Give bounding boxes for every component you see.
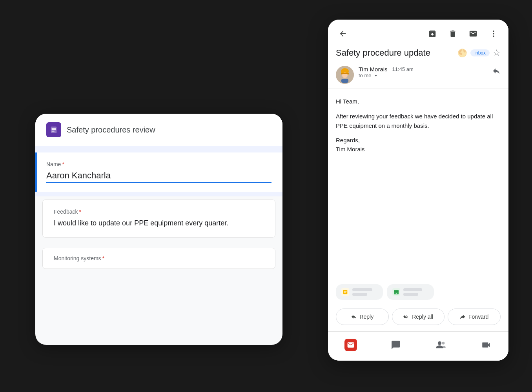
gmail-emoji: 🌕 [457, 48, 467, 58]
gmail-subject: Safety procedure update [336, 48, 454, 58]
reply-button[interactable]: Reply [336, 309, 389, 325]
forms-title: Safety procedures review [67, 125, 155, 134]
sender-name: Tim Morais [359, 66, 388, 73]
reply-all-button[interactable]: Reply all [392, 309, 445, 325]
forms-body: Name* Aaron Kancharla Feedback* I would … [35, 146, 282, 269]
gmail-badge[interactable]: inbox [470, 49, 490, 56]
forward-button[interactable]: Forward [448, 309, 501, 325]
svg-point-4 [493, 31, 494, 32]
email-greeting: Hi Team, [336, 97, 501, 106]
sender-time: 11:45 am [392, 66, 414, 72]
gmail-toolbar [328, 20, 508, 45]
sender-to[interactable]: to me [359, 73, 487, 78]
name-field-section: Name* Aaron Kancharla [35, 152, 282, 192]
mail-action-button[interactable] [466, 27, 480, 41]
svg-rect-17 [394, 291, 399, 291]
delete-button[interactable] [446, 27, 460, 41]
gmail-card: Safety procedure update 🌕 inbox ☆ Ti [328, 20, 508, 361]
back-button[interactable] [336, 27, 350, 41]
svg-point-20 [442, 342, 445, 345]
chip-lines-1 [352, 288, 377, 296]
reply-label: Reply [359, 314, 373, 320]
name-value[interactable]: Aaron Kancharla [46, 171, 271, 183]
suggestion-chip-2[interactable]: + [387, 284, 434, 300]
feedback-label: Feedback* [54, 209, 264, 215]
archive-button[interactable] [425, 27, 439, 41]
quick-reply-button[interactable] [492, 67, 501, 77]
more-button[interactable] [486, 27, 501, 41]
svg-text:+: + [395, 292, 397, 294]
svg-rect-11 [341, 79, 348, 83]
sender-info: Tim Morais 11:45 am to me [359, 66, 487, 78]
forms-suggestion-icon [341, 288, 349, 296]
svg-point-6 [493, 36, 494, 37]
gmail-body: Hi Team, After reviewing your feedback w… [328, 91, 508, 279]
calendar-suggestion-icon: + [392, 288, 400, 296]
gmail-bottom-nav [328, 331, 508, 361]
nav-video-button[interactable] [477, 336, 496, 354]
nav-meet-button[interactable] [432, 336, 450, 354]
nav-mail-button[interactable] [341, 336, 360, 354]
email-closing: Regards, Tim Morais [336, 136, 501, 154]
mail-nav-icon [344, 339, 357, 351]
svg-point-19 [437, 341, 441, 345]
svg-point-5 [493, 33, 494, 34]
forms-card: Safety procedures review Name* Aaron Kan… [35, 114, 282, 345]
forms-header: Safety procedures review [35, 114, 282, 146]
nav-chat-button[interactable] [386, 336, 405, 354]
monitoring-field-section: Monitoring systems* [42, 248, 275, 269]
divider [328, 89, 508, 89]
svg-rect-12 [341, 73, 349, 74]
chip-lines-2 [403, 288, 428, 296]
gmail-subject-row: Safety procedure update 🌕 inbox ☆ [328, 45, 508, 63]
gmail-suggestions: + [328, 279, 508, 305]
email-body-text: After reviewing your feedback we have de… [336, 112, 501, 131]
forms-icon [46, 122, 61, 137]
star-button[interactable]: ☆ [493, 49, 501, 57]
feedback-field-section: Feedback* I would like to update our PPE… [42, 200, 275, 238]
sender-avatar [336, 66, 354, 84]
gmail-reply-buttons: Reply Reply all Forward [328, 305, 508, 331]
feedback-value[interactable]: I would like to update our PPE equipment… [54, 218, 264, 229]
monitoring-label: Monitoring systems* [54, 255, 264, 261]
forward-label: Forward [468, 314, 488, 320]
reply-all-label: Reply all [412, 314, 433, 320]
gmail-sender-row: Tim Morais 11:45 am to me [328, 63, 508, 87]
name-label: Name* [46, 161, 271, 167]
suggestion-chip-1[interactable] [336, 284, 383, 300]
